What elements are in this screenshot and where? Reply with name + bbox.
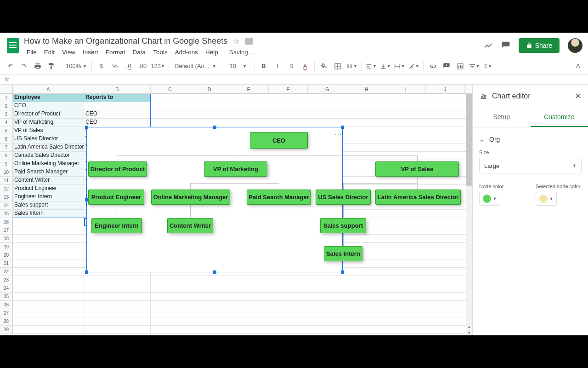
menu-edit[interactable]: Edit	[41, 47, 57, 58]
org-chart[interactable]: ⋮	[86, 127, 343, 272]
col-header-d[interactable]: D	[190, 85, 230, 93]
formula-bar[interactable]: fx	[0, 75, 588, 85]
document-title[interactable]: How to Make an Organizational Chart in G…	[24, 36, 227, 46]
org-node[interactable]: Sales Intern	[324, 246, 362, 261]
paint-format-button[interactable]	[45, 60, 58, 73]
filter-button[interactable]: ▼	[468, 60, 481, 73]
chevron-down-icon: ▼	[493, 196, 497, 201]
star-icon[interactable]: ☆	[233, 37, 239, 46]
wrap-button[interactable]: ▼	[393, 60, 406, 73]
section-header-org[interactable]: ⌄ Org	[479, 133, 582, 146]
org-node[interactable]: Online Marketing Manager	[151, 190, 230, 205]
node-color-picker[interactable]: ▼	[479, 192, 500, 206]
font-select[interactable]: Default (Ari...▼	[172, 60, 219, 73]
title-bar: How to Make an Organizational Chart in G…	[0, 33, 588, 58]
menu-data[interactable]: Data	[130, 47, 149, 58]
move-folder-icon[interactable]	[245, 38, 253, 45]
bold-button[interactable]: B	[257, 60, 270, 73]
zoom-select[interactable]: 100%▼	[64, 60, 89, 73]
valign-button[interactable]: ▼	[379, 60, 392, 73]
col-header-e[interactable]: E	[229, 85, 269, 93]
chart-editor-panel: Chart editor ✕ Setup Customize ⌄ Org Siz…	[472, 85, 588, 335]
size-value: Large	[484, 162, 499, 169]
sheets-logo[interactable]	[4, 36, 22, 55]
font-size-select[interactable]: 10 ▼	[225, 60, 251, 73]
org-node[interactable]: VP of Sales	[375, 161, 459, 177]
section-title: Org	[489, 136, 500, 143]
select-all-corner[interactable]	[0, 85, 13, 93]
undo-button[interactable]: ↶	[4, 60, 17, 73]
col-header-j[interactable]: J	[426, 85, 465, 93]
toolbar: ↶ ↷ 100%▼ $ % .0̲ .00 123 ▼ Default (Ari…	[0, 58, 588, 75]
chevron-down-icon: ▼	[572, 163, 577, 168]
org-node[interactable]: Director of Product	[88, 161, 147, 177]
spreadsheet-grid[interactable]: A B C D E F G H I J 1EmployeeReports to2…	[0, 85, 472, 335]
menu-file[interactable]: File	[24, 47, 40, 58]
increase-decimal-button[interactable]: .00	[136, 60, 149, 73]
merge-button[interactable]: ▼	[345, 60, 358, 73]
collapse-toolbar-button[interactable]: ᐱ	[571, 60, 584, 73]
org-node[interactable]: CEO	[250, 132, 308, 149]
org-node[interactable]: Paid Search Manager	[247, 190, 311, 205]
title-right: Share	[484, 35, 582, 53]
size-select[interactable]: Large ▼	[479, 158, 582, 173]
col-header-f[interactable]: F	[269, 85, 308, 93]
menu-addons[interactable]: Add-ons	[172, 47, 201, 58]
decrease-decimal-button[interactable]: .0̲	[122, 60, 135, 73]
svg-rect-17	[460, 65, 461, 68]
title-area: How to Make an Organizational Chart in G…	[22, 35, 484, 58]
menu-format[interactable]: Format	[103, 47, 128, 58]
org-node[interactable]: Content Writer	[167, 218, 213, 233]
fill-color-button[interactable]	[317, 60, 330, 73]
org-node[interactable]: VP of Marketing	[204, 161, 267, 177]
scroll-down-arrow[interactable]: ▾	[466, 329, 472, 335]
link-button[interactable]	[426, 60, 439, 73]
menu-help[interactable]: Help	[203, 47, 221, 58]
panel-header: Chart editor ✕	[473, 85, 588, 108]
functions-button[interactable]: Σ ▼	[482, 60, 495, 73]
tab-customize[interactable]: Customize	[531, 108, 588, 127]
col-header-g[interactable]: G	[308, 85, 347, 93]
col-header-b[interactable]: B	[84, 85, 151, 93]
redo-button[interactable]: ↷	[17, 60, 30, 73]
strike-button[interactable]: S	[285, 60, 298, 73]
col-header-a[interactable]: A	[13, 85, 84, 93]
column-headers: A B C D E F G H I J	[0, 85, 472, 94]
more-formats-button[interactable]: 123 ▼	[150, 60, 166, 73]
close-panel-button[interactable]: ✕	[575, 91, 582, 101]
org-node[interactable]: Sales support	[320, 218, 366, 233]
comments-icon[interactable]	[501, 41, 510, 50]
col-header-i[interactable]: I	[386, 85, 426, 93]
col-header-h[interactable]: H	[347, 85, 387, 93]
org-node[interactable]: Engineer Intern	[91, 218, 142, 233]
currency-button[interactable]: $	[95, 60, 107, 73]
comment-button[interactable]	[440, 60, 453, 73]
col-header-c[interactable]: C	[151, 85, 190, 93]
share-button[interactable]: Share	[519, 38, 560, 53]
percent-button[interactable]: %	[108, 60, 121, 73]
tab-setup[interactable]: Setup	[473, 108, 531, 127]
menu-tools[interactable]: Tools	[150, 47, 170, 58]
activity-icon[interactable]	[484, 41, 493, 50]
borders-button[interactable]	[331, 60, 344, 73]
text-color-button[interactable]: A	[299, 60, 311, 73]
org-node[interactable]: Latin America Sales Director	[375, 190, 461, 205]
vertical-scrollbar[interactable]: ▴ ▾	[466, 94, 472, 335]
selected-node-color-picker[interactable]: ▼	[536, 192, 557, 206]
letterbox-top	[0, 0, 588, 33]
org-node[interactable]: Product Engineer	[88, 190, 144, 205]
menu-insert[interactable]: Insert	[80, 47, 101, 58]
svg-rect-4	[350, 64, 352, 68]
account-avatar[interactable]	[568, 38, 582, 53]
color-swatch	[483, 195, 491, 203]
scroll-up-arrow[interactable]: ▴	[466, 323, 472, 329]
insert-chart-button[interactable]	[454, 60, 467, 73]
org-node[interactable]: US Sales Director	[316, 190, 371, 205]
italic-button[interactable]: I	[271, 60, 284, 73]
halign-button[interactable]: ▼	[364, 60, 378, 73]
lock-icon	[526, 42, 532, 49]
print-button[interactable]	[31, 60, 44, 73]
menu-view[interactable]: View	[59, 47, 78, 58]
scrollbar-thumb[interactable]	[466, 94, 472, 186]
rotate-button[interactable]: A▼	[407, 60, 420, 73]
